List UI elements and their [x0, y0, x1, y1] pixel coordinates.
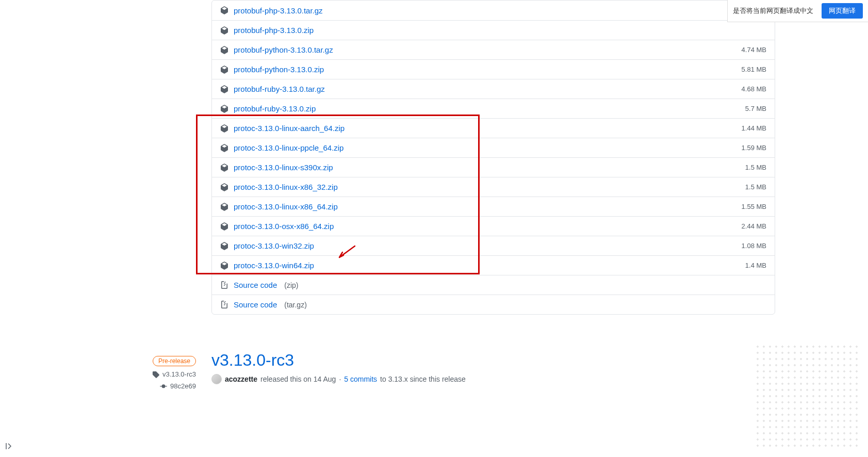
- asset-row: Source code (zip): [212, 275, 775, 295]
- release-meta: acozzette released this on 14 Aug · 5 co…: [211, 374, 775, 384]
- tag-name: v3.13.0-rc3: [162, 370, 196, 378]
- asset-download-link[interactable]: protobuf-ruby-3.13.0.zip: [234, 104, 316, 113]
- package-icon: [220, 66, 228, 74]
- released-date-text: released this on 14 Aug: [260, 375, 336, 383]
- asset-download-link[interactable]: Source code: [234, 281, 277, 289]
- asset-size: 1.59 MB: [742, 144, 766, 152]
- asset-row: protobuf-php-3.13.0.zip: [212, 20, 775, 40]
- asset-size: 1.4 MB: [745, 262, 766, 269]
- package-icon: [220, 183, 228, 191]
- package-icon: [220, 105, 228, 113]
- package-icon: [220, 26, 228, 35]
- asset-row: Source code (tar.gz): [212, 295, 775, 314]
- package-icon: [220, 222, 228, 231]
- package-icon: [220, 144, 228, 152]
- expand-icon[interactable]: [5, 442, 13, 452]
- asset-extension: (tar.gz): [284, 301, 307, 309]
- package-icon: [220, 242, 228, 250]
- asset-size: 4.74 MB: [742, 46, 766, 54]
- tag-link[interactable]: v3.13.0-rc3: [152, 370, 196, 378]
- package-icon: [220, 85, 228, 93]
- asset-row: protoc-3.13.0-win32.zip1.08 MB: [212, 236, 775, 255]
- asset-download-link[interactable]: protobuf-python-3.13.0.zip: [234, 65, 324, 74]
- package-icon: [220, 124, 228, 133]
- asset-size: 2.44 MB: [742, 222, 766, 230]
- translate-bar: 是否将当前网页翻译成中文 网页翻译: [727, 0, 868, 22]
- commit-icon: [160, 383, 167, 390]
- commit-link[interactable]: 98c2e69: [160, 382, 196, 390]
- tag-icon: [152, 371, 159, 378]
- asset-download-link[interactable]: protobuf-php-3.13.0.zip: [234, 26, 314, 35]
- asset-row: protobuf-ruby-3.13.0.zip5.7 MB: [212, 99, 775, 118]
- asset-download-link[interactable]: protobuf-php-3.13.0.tar.gz: [234, 6, 323, 15]
- asset-row: protobuf-python-3.13.0.zip5.81 MB: [212, 59, 775, 79]
- asset-download-link[interactable]: protoc-3.13.0-linux-ppcle_64.zip: [234, 143, 343, 152]
- asset-size: 1.44 MB: [742, 124, 766, 132]
- asset-size: 1.5 MB: [745, 183, 766, 191]
- package-icon: [220, 262, 228, 270]
- asset-download-link[interactable]: protoc-3.13.0-linux-x86_32.zip: [234, 183, 338, 191]
- asset-download-link[interactable]: protoc-3.13.0-linux-x86_64.zip: [234, 202, 338, 211]
- zip-icon: [220, 281, 228, 289]
- asset-size: 5.7 MB: [745, 105, 766, 112]
- asset-download-link[interactable]: protoc-3.13.0-linux-aarch_64.zip: [234, 124, 345, 133]
- commits-link[interactable]: 5 commits: [344, 375, 377, 383]
- asset-download-link[interactable]: Source code: [234, 300, 277, 309]
- since-text: to 3.13.x since this release: [380, 375, 466, 383]
- translate-button[interactable]: 网页翻译: [822, 3, 863, 19]
- asset-download-link[interactable]: protobuf-python-3.13.0.tar.gz: [234, 45, 333, 54]
- release-sidebar: Pre-release v3.13.0-rc3 98c2e69: [0, 0, 211, 457]
- asset-download-link[interactable]: protobuf-ruby-3.13.0.tar.gz: [234, 85, 325, 93]
- qr-code-overlay: [755, 344, 858, 447]
- avatar[interactable]: [211, 374, 222, 384]
- asset-size: 1.55 MB: [742, 203, 766, 210]
- asset-size: 5.81 MB: [742, 66, 766, 73]
- asset-row: protobuf-php-3.13.0.tar.gz: [212, 1, 775, 20]
- asset-row: protoc-3.13.0-linux-ppcle_64.zip1.59 MB: [212, 138, 775, 157]
- asset-row: protoc-3.13.0-linux-x86_32.zip1.5 MB: [212, 177, 775, 197]
- asset-row: protoc-3.13.0-linux-s390x.zip1.5 MB: [212, 157, 775, 177]
- asset-row: protoc-3.13.0-win64.zip1.4 MB: [212, 255, 775, 275]
- package-icon: [220, 203, 228, 211]
- package-icon: [220, 164, 228, 172]
- asset-size: 1.5 MB: [745, 164, 766, 171]
- release-header: v3.13.0-rc3 acozzette released this on 1…: [211, 351, 775, 384]
- asset-row: protoc-3.13.0-linux-aarch_64.zip1.44 MB: [212, 118, 775, 138]
- release-title-link[interactable]: v3.13.0-rc3: [211, 351, 775, 370]
- asset-row: protoc-3.13.0-osx-x86_64.zip2.44 MB: [212, 216, 775, 236]
- package-icon: [220, 46, 228, 54]
- separator: ·: [339, 375, 341, 383]
- asset-list: protobuf-php-3.13.0.tar.gzprotobuf-php-3…: [211, 0, 775, 315]
- translate-prompt: 是否将当前网页翻译成中文: [733, 6, 813, 15]
- asset-download-link[interactable]: protoc-3.13.0-osx-x86_64.zip: [234, 222, 334, 231]
- asset-size: 4.68 MB: [742, 85, 766, 93]
- prerelease-badge: Pre-release: [153, 356, 196, 366]
- asset-download-link[interactable]: protoc-3.13.0-win64.zip: [234, 261, 314, 270]
- package-icon: [220, 6, 228, 14]
- asset-row: protobuf-ruby-3.13.0.tar.gz4.68 MB: [212, 79, 775, 99]
- asset-download-link[interactable]: protoc-3.13.0-win32.zip: [234, 241, 314, 250]
- asset-size: 1.08 MB: [742, 242, 766, 250]
- author-link[interactable]: acozzette: [225, 375, 257, 383]
- commit-sha: 98c2e69: [170, 382, 196, 390]
- asset-row: protoc-3.13.0-linux-x86_64.zip1.55 MB: [212, 197, 775, 216]
- asset-extension: (zip): [284, 281, 298, 289]
- zip-icon: [220, 301, 228, 309]
- asset-download-link[interactable]: protoc-3.13.0-linux-s390x.zip: [234, 163, 333, 172]
- asset-row: protobuf-python-3.13.0.tar.gz4.74 MB: [212, 40, 775, 59]
